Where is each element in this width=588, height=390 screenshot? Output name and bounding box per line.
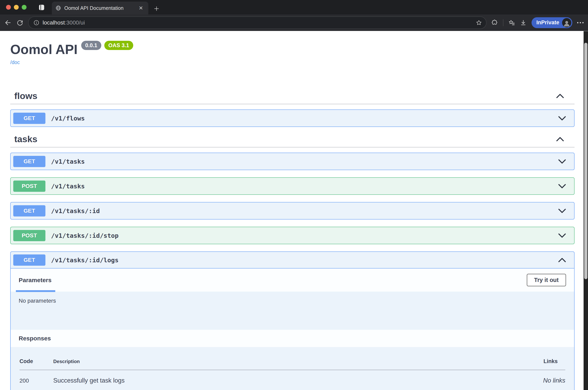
inprivate-badge[interactable]: InPrivate	[532, 17, 572, 28]
opblock-get-v1-tasks-id: GET /v1/tasks/:id	[10, 202, 575, 220]
api-badges: 0.0.1 OAS 3.1	[81, 41, 133, 50]
chevron-down-icon[interactable]	[558, 184, 566, 189]
try-it-out-button[interactable]: Try it out	[527, 274, 566, 286]
browser-menu-icon[interactable]	[577, 22, 584, 23]
collections-star-icon[interactable]	[508, 19, 515, 26]
op-path: /v1/tasks/:id/stop	[51, 232, 118, 239]
section-tasks: tasks GET /v1/tasks	[10, 134, 575, 390]
op-body: Parameters Try it out No parameters Resp…	[11, 269, 574, 390]
op-path: /v1/tasks/:id/logs	[51, 256, 118, 264]
tab-parameters[interactable]: Parameters	[19, 277, 52, 284]
downloads-icon[interactable]	[520, 19, 527, 26]
bookmark-star-icon[interactable]	[476, 19, 482, 26]
opblock-post-v1-tasks: POST /v1/tasks	[10, 177, 575, 195]
profile-avatar-icon[interactable]	[562, 18, 571, 27]
op-path: /v1/tasks	[51, 183, 85, 190]
site-info-icon[interactable]	[33, 20, 39, 26]
method-badge: GET	[13, 205, 46, 216]
window-minimize-button[interactable]	[14, 5, 19, 10]
chevron-up-icon[interactable]	[556, 137, 564, 142]
op-summary[interactable]: POST /v1/tasks/:id/stop	[11, 227, 574, 244]
chevron-down-icon[interactable]	[558, 116, 566, 121]
tab-workspaces-icon[interactable]	[38, 4, 45, 11]
window-zoom-button[interactable]	[22, 5, 27, 10]
response-links: No links	[543, 377, 565, 384]
op-summary[interactable]: POST /v1/tasks	[11, 178, 574, 195]
op-path: /v1/tasks	[51, 158, 85, 165]
column-header-code: Code	[19, 358, 53, 364]
version-badge: 0.0.1	[81, 41, 101, 50]
browser-tab[interactable]: Oomol API Documentation ✕	[52, 1, 148, 14]
chevron-up-icon[interactable]	[556, 94, 564, 98]
oas-badge: OAS 3.1	[104, 41, 133, 50]
site-favicon-globe-icon	[55, 5, 61, 11]
url-host: localhost	[43, 19, 65, 26]
section-flows-header[interactable]: flows	[10, 91, 575, 104]
no-parameters-text: No parameters	[19, 298, 56, 304]
scrollbar-thumb[interactable]	[584, 43, 588, 279]
responses-table-header: Code Description Links	[19, 358, 565, 370]
op-path: /v1/flows	[51, 115, 85, 122]
op-path: /v1/tasks/:id	[51, 207, 100, 214]
back-icon[interactable]	[4, 19, 12, 26]
op-summary[interactable]: GET /v1/tasks	[11, 153, 574, 170]
page-content: Oomol API 0.0.1 OAS 3.1 /doc flows GET /…	[0, 31, 584, 390]
parameters-body: No parameters	[11, 292, 574, 330]
toolbar-divider	[503, 19, 503, 26]
op-summary[interactable]: GET /v1/tasks/:id	[11, 202, 574, 219]
opblock-get-v1-flows: GET /v1/flows	[10, 109, 575, 127]
url-path: :3000/ui	[65, 19, 85, 26]
responses-title: Responses	[19, 335, 51, 342]
browser-toolbar: localhost:3000/ui InPrivate	[0, 14, 588, 31]
column-header-links: Links	[543, 358, 565, 364]
method-badge: GET	[13, 254, 46, 266]
op-summary[interactable]: GET /v1/flows	[11, 110, 574, 127]
window-controls	[6, 5, 27, 10]
parameters-header: Parameters Try it out	[11, 269, 574, 292]
opblock-post-v1-tasks-id-stop: POST /v1/tasks/:id/stop	[10, 227, 575, 244]
section-tasks-header[interactable]: tasks	[10, 134, 575, 147]
chevron-down-icon[interactable]	[558, 233, 566, 238]
browser-tab-bar: Oomol API Documentation ✕	[0, 0, 588, 14]
responses-header: Responses	[11, 330, 574, 347]
method-badge: GET	[13, 156, 46, 167]
tab-title: Oomol API Documentation	[64, 5, 134, 11]
window-close-button[interactable]	[6, 5, 11, 10]
op-summary[interactable]: GET /v1/tasks/:id/logs	[11, 252, 574, 269]
opblock-get-v1-tasks: GET /v1/tasks	[10, 153, 575, 170]
doc-link[interactable]: /doc	[10, 59, 20, 65]
opblock-get-v1-tasks-id-logs: GET /v1/tasks/:id/logs Parameters Try it…	[10, 251, 575, 390]
column-header-description: Description	[53, 359, 543, 364]
method-badge: POST	[13, 230, 46, 241]
chevron-down-icon[interactable]	[558, 159, 566, 164]
chevron-up-icon[interactable]	[558, 258, 566, 262]
method-badge: GET	[13, 113, 46, 124]
active-tab-underline	[16, 290, 55, 292]
reload-icon[interactable]	[16, 19, 23, 26]
section-flows-title: flows	[14, 91, 37, 101]
scrollbar-track[interactable]	[584, 31, 588, 390]
chevron-down-icon[interactable]	[558, 208, 566, 213]
method-badge: POST	[13, 181, 46, 192]
extensions-puzzle-icon[interactable]	[491, 19, 498, 26]
address-bar[interactable]: localhost:3000/ui	[28, 16, 486, 29]
section-tasks-title: tasks	[14, 134, 37, 144]
response-code: 200	[19, 378, 53, 384]
responses-table: Code Description Links 200 Successfully …	[11, 347, 574, 390]
page-title: Oomol API	[10, 43, 78, 56]
section-flows: flows GET /v1/flows	[10, 91, 575, 127]
tab-close-icon[interactable]: ✕	[137, 5, 144, 11]
table-row: 200 Successfully get task logs No links	[19, 370, 565, 384]
inprivate-label: InPrivate	[536, 19, 559, 26]
new-tab-button[interactable]	[154, 6, 160, 12]
api-title-row: Oomol API 0.0.1 OAS 3.1	[10, 43, 575, 56]
url-text[interactable]: localhost:3000/ui	[43, 19, 85, 26]
response-description: Successfully get task logs	[53, 377, 543, 384]
